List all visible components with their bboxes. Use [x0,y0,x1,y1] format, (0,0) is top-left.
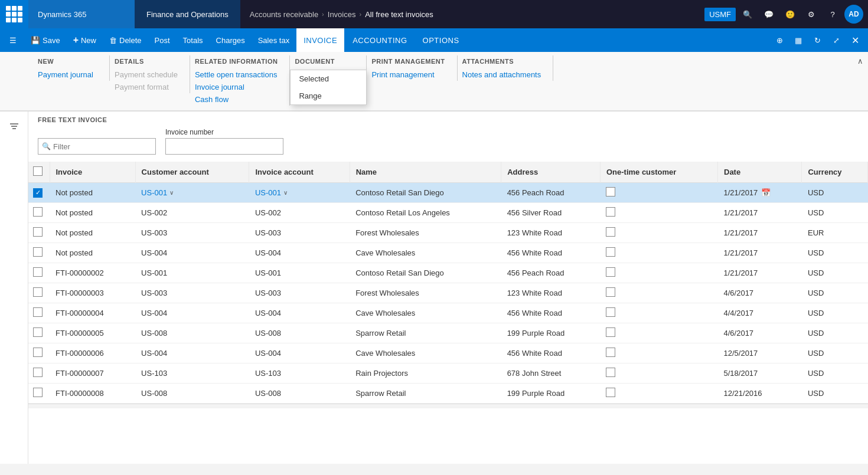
row-checkbox[interactable] [33,247,43,257]
cash-flow-item[interactable]: Cash flow [195,93,278,106]
table-row: FTI-00000007US-103US-103Rain Projectors6… [28,363,868,384]
invoice-cell: Not posted [50,223,135,243]
onetime-checkbox[interactable] [606,368,615,377]
collapse-ribbon-button[interactable]: ∧ [857,57,863,65]
row-checkbox[interactable] [33,207,43,217]
invoice-account-cell: US-004 [249,343,350,363]
name-cell: Cave Wholesales [350,243,501,263]
onetime-checkbox[interactable] [606,287,615,297]
user-avatar[interactable]: AD [844,5,863,24]
row-checkbox[interactable] [33,388,43,397]
invoice-account-arrow[interactable]: ∨ [283,189,288,196]
select-all-checkbox[interactable] [33,166,43,176]
onetime-checkbox[interactable] [606,348,615,357]
settle-open-item[interactable]: Settle open transactions [195,68,278,81]
row-checkbox[interactable] [33,348,43,357]
filter-input-wrapper[interactable]: 🔍 [38,138,156,155]
onetime-cell [600,183,717,203]
settings-icon[interactable]: ⚙ [802,5,821,24]
app-logo[interactable] [0,0,28,28]
onetime-checkbox[interactable] [606,327,615,337]
name-cell[interactable]: Forest Wholesales [350,283,501,303]
save-button[interactable]: 💾 Save [25,31,66,50]
name-cell[interactable]: Contoso Retail San Diego [350,263,501,283]
new-button[interactable]: + New [67,31,102,50]
invoice-cell[interactable]: FTI-00000008 [50,384,135,404]
name-cell[interactable]: Cave Wholesales [350,343,501,363]
close-icon[interactable]: ✕ [847,32,863,48]
invoice-number-input[interactable] [165,138,283,155]
row-checkbox[interactable] [33,287,43,297]
print-range-item[interactable]: Range [291,87,366,104]
notes-attachments-item[interactable]: Notes and attachments [462,68,541,81]
ribbon-section-document: DOCUMENT View ∨ Send ∨ Print ∨ Selected … [290,55,367,104]
invoice-cell[interactable]: FTI-00000003 [50,283,135,303]
filter-input[interactable] [53,142,152,151]
print-management-item[interactable]: Print management [371,68,445,81]
chat-icon[interactable]: 💬 [759,5,778,24]
name-cell[interactable]: Rain Projectors [350,363,501,384]
hamburger-button[interactable]: ☰ [2,30,24,51]
name-cell[interactable]: Cave Wholesales [350,303,501,323]
onetime-checkbox[interactable] [606,307,615,317]
office-icon[interactable]: ▦ [790,32,807,48]
onetime-checkbox[interactable] [606,187,615,196]
calendar-icon[interactable]: 📅 [761,188,771,197]
ribbon-right-actions: ⊕ ▦ ↻ ⤢ ✕ [769,32,866,48]
search-icon[interactable]: 🔍 [738,5,757,24]
onetime-cell [600,223,717,243]
horizontal-scrollbar[interactable] [28,404,868,408]
onetime-checkbox[interactable] [606,227,615,237]
breadcrumb-item-invoices[interactable]: Invoices [328,10,356,19]
sidebar-filter-icon[interactable] [4,116,25,137]
totals-button[interactable]: Totals [177,31,209,50]
invoice-cell[interactable]: FTI-00000002 [50,263,135,283]
row-checkbox-cell [28,283,50,303]
company-selector[interactable]: USMF [704,8,736,21]
delete-button[interactable]: 🗑 Delete [103,31,148,50]
post-button[interactable]: Post [149,31,176,50]
onetime-checkbox[interactable] [606,267,615,277]
invoice-account-select[interactable]: US-001∨ [255,188,344,197]
invoice-cell[interactable]: FTI-00000007 [50,363,135,384]
help-icon[interactable]: ? [823,5,842,24]
invoice-cell[interactable]: FTI-00000005 [50,323,135,343]
print-selected-item[interactable]: Selected [291,70,366,87]
name-cell[interactable]: Sparrow Retail [350,384,501,404]
dynamics-brand[interactable]: Dynamics 365 [28,0,135,28]
customer-account-arrow[interactable]: ∨ [169,189,174,196]
invoice-journal-item[interactable]: Invoice journal [195,81,278,93]
onetime-checkbox[interactable] [606,388,615,397]
invoice-account-cell: US-004 [249,303,350,323]
onetime-checkbox[interactable] [606,207,615,217]
salestax-button[interactable]: Sales tax [252,31,295,50]
fti-filters: 🔍 Invoice number [38,123,859,159]
tab-invoice[interactable]: INVOICE [296,28,344,52]
breadcrumb-item-ar[interactable]: Accounts receivable [250,10,318,19]
invoice-account-cell: US-004 [249,243,350,263]
col-customer-account: Customer account [135,162,249,183]
row-checkbox[interactable] [33,227,43,237]
row-checkbox[interactable] [33,368,43,377]
tab-accounting[interactable]: ACCOUNTING [345,28,414,52]
pin-icon[interactable]: ⊕ [771,32,788,48]
row-checkbox[interactable] [33,188,43,198]
table-row: Not postedUS-003US-003Forest Wholesales1… [28,223,868,243]
onetime-checkbox[interactable] [606,247,615,257]
invoice-cell[interactable]: FTI-00000006 [50,343,135,363]
smiley-icon[interactable]: 🙂 [781,5,800,24]
section-title-details: DETAILS [115,58,178,65]
tab-options[interactable]: OPTIONS [416,28,466,52]
row-checkbox[interactable] [33,307,43,317]
payment-journal-item[interactable]: Payment journal [38,68,97,81]
customer-account-select[interactable]: US-001∨ [141,188,243,197]
row-checkbox[interactable] [33,267,43,277]
row-checkbox-cell [28,183,50,203]
name-cell[interactable]: Sparrow Retail [350,323,501,343]
invoice-cell[interactable]: FTI-00000004 [50,303,135,323]
popout-icon[interactable]: ⤢ [828,32,844,48]
row-checkbox[interactable] [33,327,43,337]
charges-button[interactable]: Charges [210,31,251,50]
onetime-cell [600,243,717,263]
refresh-icon[interactable]: ↻ [809,32,825,48]
